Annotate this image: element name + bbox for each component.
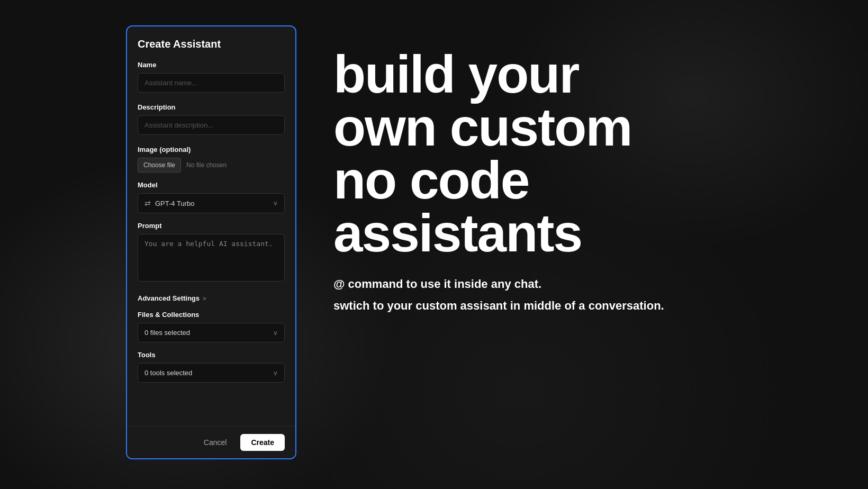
sub-text-1: @ command to use it inside any chat. bbox=[333, 275, 810, 293]
model-value: GPT-4 Turbo bbox=[155, 200, 194, 207]
advanced-settings-label: Advanced Settings bbox=[138, 294, 200, 302]
model-label: Model bbox=[138, 181, 285, 189]
create-assistant-panel: Create Assistant Name Description Image … bbox=[126, 25, 296, 459]
tools-value: 0 tools selected bbox=[144, 369, 192, 377]
model-field-group: Model ⇄ GPT-4 Turbo ∨ bbox=[138, 181, 285, 213]
panel-footer: Cancel Create bbox=[127, 426, 295, 458]
model-select-left: ⇄ GPT-4 Turbo bbox=[144, 199, 194, 207]
sub-text-2: swtich to your custom assisant in middle… bbox=[333, 297, 810, 314]
files-field-group: Files & Collections 0 files selected ∨ bbox=[138, 311, 285, 342]
choose-file-button[interactable]: Choose file bbox=[138, 158, 181, 173]
create-button[interactable]: Create bbox=[240, 434, 285, 451]
model-select[interactable]: ⇄ GPT-4 Turbo ∨ bbox=[138, 193, 285, 213]
description-field-group: Description bbox=[138, 103, 285, 143]
tools-chevron-down-icon: ∨ bbox=[273, 369, 278, 377]
model-chevron-down-icon: ∨ bbox=[273, 200, 278, 207]
hero-section: build your own custom no code assistants… bbox=[312, 32, 831, 334]
panel-scroll-area: Create Assistant Name Description Image … bbox=[127, 26, 295, 426]
prompt-label: Prompt bbox=[138, 222, 285, 230]
files-chevron-down-icon: ∨ bbox=[273, 329, 278, 337]
name-field-group: Name bbox=[138, 61, 285, 101]
model-icon: ⇄ bbox=[144, 199, 151, 207]
hero-line4: assistants bbox=[333, 206, 810, 259]
panel-title: Create Assistant bbox=[138, 38, 285, 50]
image-label: Image (optional) bbox=[138, 146, 285, 153]
files-value: 0 files selected bbox=[144, 329, 190, 337]
cancel-button[interactable]: Cancel bbox=[195, 434, 236, 451]
image-upload-row: Choose file No file chosen bbox=[138, 158, 285, 173]
files-label: Files & Collections bbox=[138, 311, 285, 319]
image-field-group: Image (optional) Choose file No file cho… bbox=[138, 146, 285, 173]
tools-label: Tools bbox=[138, 351, 285, 359]
files-select[interactable]: 0 files selected ∨ bbox=[138, 323, 285, 342]
prompt-textarea[interactable]: You are a helpful AI assistant. bbox=[138, 234, 285, 282]
description-label: Description bbox=[138, 103, 285, 111]
description-input[interactable] bbox=[138, 115, 285, 135]
name-label: Name bbox=[138, 61, 285, 69]
no-file-label: No file chosen bbox=[186, 161, 227, 169]
hero-line3: no code bbox=[333, 153, 810, 206]
hero-line1: build your bbox=[333, 48, 810, 101]
hero-line2: own custom bbox=[333, 101, 810, 153]
advanced-settings-toggle[interactable]: Advanced Settings > bbox=[138, 294, 285, 302]
tools-select[interactable]: 0 tools selected ∨ bbox=[138, 363, 285, 383]
advanced-chevron-right-icon: > bbox=[203, 295, 206, 302]
hero-text: build your own custom no code assistants bbox=[333, 48, 810, 259]
prompt-field-group: Prompt You are a helpful AI assistant. bbox=[138, 222, 285, 292]
name-input[interactable] bbox=[138, 73, 285, 93]
tools-field-group: Tools 0 tools selected ∨ bbox=[138, 351, 285, 383]
